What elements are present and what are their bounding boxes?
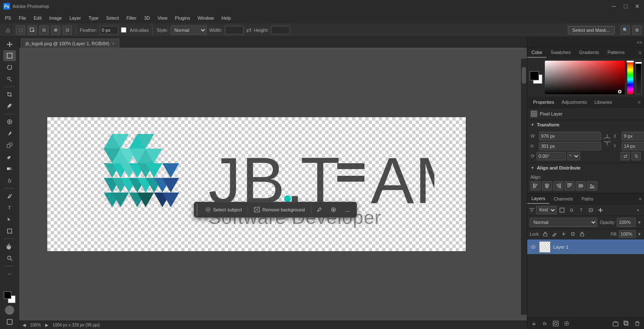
- clone-tool[interactable]: [3, 140, 16, 151]
- menu-image[interactable]: Image: [46, 14, 65, 22]
- status-nav-left[interactable]: ◀: [23, 323, 26, 327]
- extra-tools[interactable]: ···: [3, 268, 16, 279]
- menu-file[interactable]: File: [15, 14, 30, 22]
- status-nav-right[interactable]: ▶: [45, 323, 49, 327]
- layer-group-btn[interactable]: [611, 319, 620, 328]
- menu-3d[interactable]: 3D: [141, 14, 153, 22]
- lock-artboard-btn[interactable]: [569, 230, 577, 238]
- home-button[interactable]: ⌂: [3, 25, 13, 36]
- opacity-input[interactable]: [617, 218, 636, 227]
- quick-mask-button[interactable]: [5, 306, 14, 315]
- menu-view[interactable]: View: [154, 14, 171, 22]
- fill-arrow[interactable]: ▼: [637, 232, 641, 236]
- shape-tool[interactable]: [3, 226, 16, 236]
- floating-more-button[interactable]: ...: [341, 203, 354, 216]
- brush-tool[interactable]: [3, 128, 16, 139]
- crop-tool[interactable]: [3, 89, 16, 100]
- libraries-tab[interactable]: Libraries: [592, 99, 615, 105]
- magic-wand-tool[interactable]: [3, 74, 16, 85]
- channels-tab[interactable]: Channels: [549, 194, 577, 203]
- scrollbar-thumb-v[interactable]: [522, 67, 526, 84]
- menu-layer[interactable]: Layer: [66, 14, 85, 22]
- properties-options-btn[interactable]: ≡: [638, 100, 641, 105]
- flip-vertical-button[interactable]: ⇅: [631, 152, 641, 160]
- menu-type[interactable]: Type: [85, 14, 102, 22]
- pen-tool[interactable]: [3, 190, 16, 201]
- dodge-tool[interactable]: [3, 175, 16, 186]
- align-bottom-button[interactable]: [587, 181, 597, 190]
- transform-header[interactable]: ▼ Transform: [527, 120, 644, 129]
- color-alpha-bar[interactable]: [636, 61, 641, 94]
- angle-unit-select[interactable]: °: [567, 152, 580, 160]
- menu-ps[interactable]: PS: [2, 14, 15, 22]
- link-icon-container[interactable]: [603, 132, 612, 148]
- lock-position-btn[interactable]: [560, 230, 567, 238]
- patterns-tab[interactable]: Patterns: [603, 48, 629, 58]
- color-gradient-picker[interactable]: [545, 61, 625, 94]
- zoom-tool[interactable]: [3, 253, 16, 264]
- layer-new-btn[interactable]: [622, 319, 631, 328]
- flip-horizontal-button[interactable]: ⇄: [621, 152, 630, 160]
- eyedropper-tool[interactable]: [3, 101, 16, 112]
- floating-circle-button[interactable]: [327, 203, 340, 216]
- align-middle-button[interactable]: [576, 181, 586, 190]
- color-hue-bar[interactable]: [627, 61, 633, 94]
- foreground-color-swatch[interactable]: [4, 291, 11, 299]
- fill-input[interactable]: [619, 230, 636, 238]
- hand-tool[interactable]: [3, 241, 16, 252]
- menu-edit[interactable]: Edit: [30, 14, 45, 22]
- layer-fx-btn[interactable]: fx: [541, 319, 549, 328]
- width-input[interactable]: [225, 26, 244, 34]
- layer-kind-select[interactable]: Kind: [536, 206, 557, 214]
- blend-mode-select[interactable]: Normal Dissolve Multiply: [530, 218, 597, 227]
- align-header[interactable]: ▼ Align and Distribute: [527, 163, 644, 172]
- floating-pin-button[interactable]: [313, 203, 326, 216]
- search-button[interactable]: 🔍: [621, 26, 630, 35]
- layers-options-btn[interactable]: ≡: [636, 196, 644, 201]
- layer-adjustment-add-btn[interactable]: [562, 319, 571, 328]
- layers-tab[interactable]: Layers: [527, 194, 549, 204]
- remove-background-button[interactable]: Remove background: [250, 203, 309, 216]
- style-select[interactable]: Normal Fixed Ratio Fixed Size: [171, 26, 207, 35]
- minimize-button[interactable]: ─: [611, 3, 617, 10]
- layer-mask-btn[interactable]: [552, 319, 560, 328]
- properties-tab[interactable]: Properties: [531, 99, 557, 105]
- panel-collapse-button[interactable]: «»: [637, 39, 642, 45]
- width-value-input[interactable]: [539, 132, 601, 140]
- document-tab[interactable]: jb_logo6.png @ 100% (Layer 1, RGB/8#) ×: [21, 39, 119, 48]
- layer-delete-btn[interactable]: [633, 319, 641, 328]
- path-selection-tool[interactable]: [3, 214, 16, 225]
- height-input[interactable]: [271, 26, 290, 34]
- workspace-button[interactable]: ⊞: [632, 26, 641, 35]
- lock-paint-btn[interactable]: [551, 230, 558, 238]
- angle-input[interactable]: [536, 152, 566, 160]
- marquee-tool-option[interactable]: ⬚: [16, 26, 25, 35]
- layer-link-btn[interactable]: [530, 319, 538, 328]
- maximize-button[interactable]: □: [622, 3, 629, 10]
- align-top-button[interactable]: [564, 181, 575, 190]
- layer-adjustment-btn[interactable]: [567, 206, 576, 214]
- lock-pixels-btn[interactable]: [541, 230, 549, 238]
- screen-mode-button[interactable]: [5, 317, 14, 326]
- marquee-intersect-option[interactable]: ⊠: [51, 26, 60, 35]
- move-tool[interactable]: [3, 39, 16, 49]
- height-value-input[interactable]: [539, 142, 601, 150]
- text-tool[interactable]: T: [3, 202, 16, 213]
- select-subject-button[interactable]: Select subject: [201, 203, 246, 216]
- document-tab-close[interactable]: ×: [112, 41, 115, 46]
- marquee-refine-option[interactable]: ⊡: [63, 26, 72, 35]
- anti-alias-checkbox[interactable]: [121, 27, 126, 33]
- y-value-input[interactable]: [622, 142, 644, 150]
- panel-options-button[interactable]: ≡: [636, 50, 644, 56]
- lock-all-btn[interactable]: [578, 230, 586, 238]
- adjustments-tab[interactable]: Adjustments: [559, 99, 590, 105]
- feather-input[interactable]: [100, 26, 118, 34]
- menu-plugins[interactable]: Plugins: [172, 14, 193, 22]
- x-value-input[interactable]: [622, 132, 644, 140]
- menu-help[interactable]: Help: [218, 14, 234, 22]
- close-button[interactable]: ✕: [634, 3, 641, 10]
- menu-window[interactable]: Window: [194, 14, 217, 22]
- swatches-tab[interactable]: Swatches: [547, 48, 575, 58]
- layer-pixel-btn[interactable]: [596, 206, 605, 214]
- healing-tool[interactable]: [3, 116, 16, 127]
